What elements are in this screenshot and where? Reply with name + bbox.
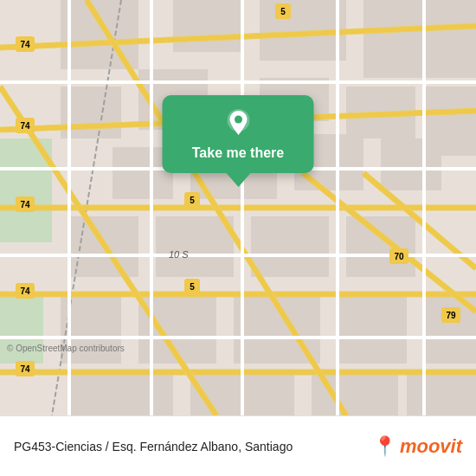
svg-rect-14 <box>381 138 441 190</box>
svg-text:10 S: 10 S <box>169 249 189 260</box>
moovit-pin-icon: 📍 <box>373 435 396 458</box>
location-pin-icon <box>222 107 254 138</box>
map-copyright: © OpenStreetMap contributors <box>7 344 125 353</box>
svg-rect-18 <box>346 216 415 277</box>
svg-rect-1 <box>0 294 43 363</box>
svg-text:74: 74 <box>20 364 30 374</box>
svg-text:5: 5 <box>280 7 286 16</box>
svg-rect-24 <box>69 372 173 415</box>
svg-text:74: 74 <box>20 121 30 131</box>
svg-rect-5 <box>363 0 476 78</box>
address-text: PG453-Ciencias / Esq. Fernández Albano, … <box>14 440 293 453</box>
location-popup[interactable]: Take me there <box>163 95 314 187</box>
svg-text:70: 70 <box>394 252 404 261</box>
svg-rect-22 <box>338 294 407 363</box>
svg-text:74: 74 <box>20 40 30 49</box>
popup-tail <box>226 173 250 187</box>
address-container: PG453-Ciencias / Esq. Fernández Albano, … <box>14 440 293 453</box>
svg-point-87 <box>235 116 242 124</box>
moovit-brand-text: moovit <box>400 435 462 458</box>
svg-text:74: 74 <box>20 286 30 296</box>
svg-rect-17 <box>251 216 329 277</box>
svg-rect-16 <box>156 216 234 277</box>
svg-text:5: 5 <box>190 196 195 205</box>
svg-rect-3 <box>173 0 242 52</box>
popup-label: Take me there <box>192 145 284 161</box>
moovit-logo: 📍 moovit <box>373 435 462 458</box>
svg-rect-27 <box>407 372 476 415</box>
popup-box[interactable]: Take me there <box>163 95 314 173</box>
map-view[interactable]: 74 74 74 74 74 5 5 10 S 70 79 5 © OpenSt… <box>0 0 476 415</box>
svg-text:79: 79 <box>446 311 456 320</box>
bottom-bar: PG453-Ciencias / Esq. Fernández Albano, … <box>0 415 476 476</box>
svg-text:74: 74 <box>20 200 30 209</box>
svg-text:5: 5 <box>190 282 195 292</box>
